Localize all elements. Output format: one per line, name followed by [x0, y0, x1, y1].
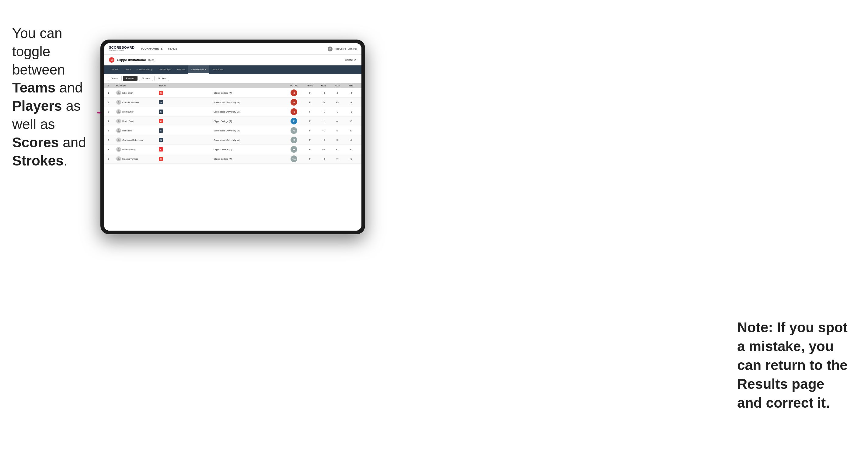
cell-rank: 2 [108, 101, 116, 104]
logo-title: SCOREBOARD [109, 46, 134, 49]
cell-team-logo: S [159, 138, 214, 142]
nav-links: TOURNAMENTS TEAMS [141, 46, 328, 52]
sub-tab-players[interactable]: Players [123, 76, 138, 81]
sign-out-link[interactable]: Sign out [348, 48, 356, 50]
cancel-button[interactable]: Cancel ✕ [345, 58, 356, 61]
nav-teams[interactable]: TEAMS [168, 46, 178, 52]
svg-point-5 [118, 129, 119, 130]
col-rd2: RD2 [331, 84, 344, 87]
leaderboard-table: # PLAYER TEAM TOTAL THRU RD1 RD2 RD3 1 E… [104, 83, 362, 230]
sub-tab-scores[interactable]: Scores [139, 76, 153, 81]
cell-rd1: +5 [317, 139, 331, 142]
svg-point-7 [118, 148, 119, 149]
player-name: Marcus Turners [122, 158, 138, 160]
cell-rd2: -2 [331, 111, 344, 113]
svg-point-2 [118, 101, 119, 102]
cell-team-name: Clippd College [A] [214, 92, 285, 94]
table-row[interactable]: 4 David Ford C Clippd College [A] E F +1… [104, 117, 362, 126]
nav-tournaments[interactable]: TOURNAMENTS [141, 46, 163, 52]
cell-rank: 8 [108, 158, 116, 160]
table-row[interactable]: 2 Chris Robertson S Scoreboard Universit… [104, 98, 362, 107]
team-name: Clippd College [A] [214, 120, 232, 123]
cell-team-logo: S [159, 110, 214, 114]
team-logo: C [159, 91, 163, 95]
col-team: TEAM [159, 84, 214, 87]
col-spacer [214, 84, 285, 87]
cell-rd2: +7 [331, 158, 344, 160]
tab-tee-groups[interactable]: Tee Groups [155, 65, 174, 74]
cell-rd1: +1 [317, 120, 331, 123]
cell-team-name: Scoreboard University [A] [214, 111, 285, 113]
tournament-name: Clippd Invitational [117, 58, 146, 62]
cell-team-logo: C [159, 157, 214, 161]
svg-point-4 [118, 120, 119, 121]
table-body: 1 Elliot Ebert C Clippd College [A] -8 F… [104, 88, 362, 164]
cell-rd3: -4 [344, 101, 358, 104]
player-name: Rich Butler [122, 111, 133, 113]
table-row[interactable]: 8 Marcus Turners C Clippd College [A] +1… [104, 154, 362, 164]
score-badge: +8 [290, 146, 297, 153]
table-row[interactable]: 3 Rich Butler S Scoreboard University [A… [104, 107, 362, 117]
col-player: PLAYER [116, 84, 159, 87]
table-row[interactable]: 6 Cameron Robertson S Scoreboard Univers… [104, 135, 362, 145]
table-row[interactable]: 1 Elliot Ebert C Clippd College [A] -8 F… [104, 88, 362, 98]
tab-course-setup[interactable]: Course Setup [134, 65, 155, 74]
tournament-header: C Clippd Invitational (Men) Cancel ✕ [104, 55, 362, 65]
sub-tabs-bar: Teams Players Scores Strokes [104, 74, 362, 83]
cell-rd1: +2 [317, 158, 331, 160]
table-row[interactable]: 7 Blair McHarg C Clippd College [A] +8 F… [104, 145, 362, 154]
sub-tab-strokes[interactable]: Strokes [154, 76, 169, 81]
player-name: Chris Robertson [122, 101, 139, 104]
cell-total: E [285, 118, 303, 124]
team-name: Clippd College [A] [214, 92, 232, 94]
tab-teams[interactable]: Teams [121, 65, 134, 74]
col-total: TOTAL [285, 84, 303, 87]
cell-team-name: Scoreboard University [A] [214, 129, 285, 132]
cell-team-name: Scoreboard University [A] [214, 101, 285, 104]
cell-rd2: -4 [331, 120, 344, 123]
cell-total: -2 [285, 108, 303, 115]
tab-printables[interactable]: Printables [209, 65, 226, 74]
cell-player: Rees Britt [116, 128, 159, 133]
cell-team-name: Clippd College [A] [214, 148, 285, 151]
score-badge: -4 [290, 99, 297, 105]
cell-rank: 6 [108, 139, 116, 142]
score-badge: E [290, 118, 297, 124]
tab-details[interactable]: Details [108, 65, 121, 74]
tournament-logo: C [109, 57, 114, 63]
nav-user-area: U Test User | Sign out [328, 46, 356, 52]
right-annotation: Note: If you spot a mistake, you can ret… [737, 318, 853, 412]
team-name: Scoreboard University [A] [214, 129, 240, 132]
cell-rd2: +1 [331, 148, 344, 151]
cell-thru: F [303, 148, 317, 151]
cell-rd3: -1 [344, 111, 358, 113]
player-avatar [116, 90, 121, 95]
cell-thru: F [303, 129, 317, 132]
cell-team-logo: C [159, 147, 214, 152]
cell-team-name: Scoreboard University [A] [214, 139, 285, 142]
tab-leaderboards[interactable]: Leaderboards [188, 65, 209, 74]
cell-rd3: +6 [344, 148, 358, 151]
tab-results[interactable]: Results [174, 65, 188, 74]
score-badge: +1 [290, 127, 297, 134]
col-thru: THRU [303, 84, 317, 87]
cell-total: +1 [285, 127, 303, 134]
cell-player: Cameron Robertson [116, 137, 159, 143]
table-row[interactable]: 5 Rees Britt S Scoreboard University [A]… [104, 126, 362, 135]
cell-team-logo: C [159, 91, 214, 95]
cell-player: Marcus Turners [116, 156, 159, 161]
cell-rd2: +2 [331, 139, 344, 142]
score-badge: -2 [290, 108, 297, 115]
player-avatar [116, 119, 121, 124]
tablet-frame: SCOREBOARD Powered by clippd TOURNAMENTS… [100, 39, 365, 234]
player-name: Rees Britt [122, 129, 132, 132]
team-name: Clippd College [A] [214, 148, 232, 151]
svg-point-3 [118, 111, 119, 112]
score-badge: -8 [290, 89, 297, 96]
team-name: Clippd College [A] [214, 158, 232, 160]
sub-tab-teams[interactable]: Teams [108, 76, 122, 81]
main-tabs-bar: Details Teams Course Setup Tee Groups Re… [104, 65, 362, 74]
cell-total: +8 [285, 146, 303, 153]
cell-team-name: Clippd College [A] [214, 158, 285, 160]
cell-player: Elliot Ebert [116, 90, 159, 95]
